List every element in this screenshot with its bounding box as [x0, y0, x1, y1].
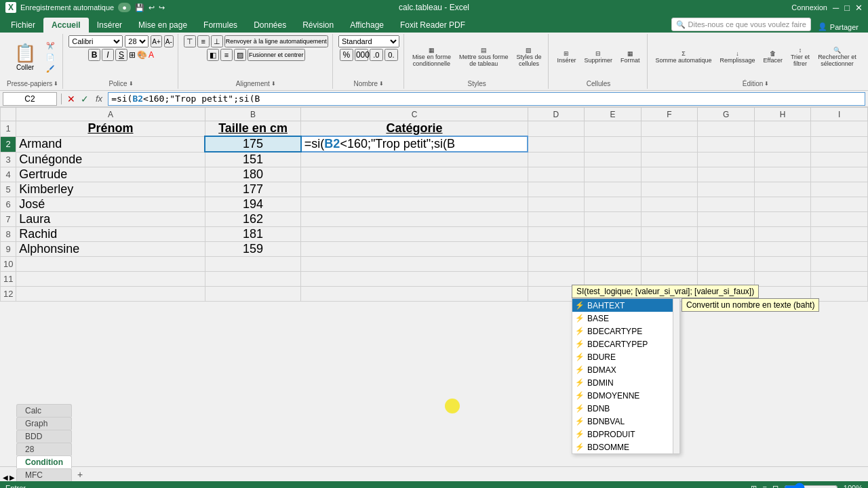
cell-i2[interactable] [811, 136, 868, 152]
cell-h10[interactable] [754, 257, 811, 272]
copier-btn[interactable]: 📄 [43, 52, 57, 62]
cell-f1[interactable] [641, 121, 698, 137]
cell-i4[interactable] [811, 167, 868, 182]
cell-c12[interactable] [301, 287, 528, 302]
cell-d10[interactable] [528, 257, 585, 272]
tab-donnees[interactable]: Données [245, 18, 294, 33]
inserer-btn[interactable]: ⊞ Insérer [554, 49, 578, 65]
add-sheet-btn[interactable]: + [73, 468, 87, 481]
name-box[interactable] [3, 92, 57, 106]
maximize-icon[interactable]: □ [844, 3, 850, 13]
cell-f6[interactable] [641, 197, 698, 212]
tab-fichier[interactable]: Fichier [3, 18, 43, 33]
page-break-btn[interactable]: ⊟ [772, 484, 778, 489]
align-middle-btn[interactable]: ≡ [197, 35, 210, 47]
border-btn[interactable]: ⊞ [129, 50, 136, 60]
tab-inserer[interactable]: Insérer [89, 18, 130, 33]
cell-e10[interactable] [585, 257, 642, 272]
cell-h9[interactable] [754, 242, 811, 257]
col-header-d[interactable]: D [528, 108, 585, 121]
cell-e8[interactable] [585, 227, 642, 242]
autocomplete-item-base[interactable]: ⚡BASE [572, 312, 679, 325]
col-header-b[interactable]: B [205, 108, 301, 121]
tab-foxit[interactable]: Foxit Reader PDF [392, 18, 473, 33]
rechercher-btn[interactable]: 🔍 Rechercher etsélectionner [815, 45, 859, 68]
col-header-e[interactable]: E [585, 108, 642, 121]
autocomplete-item-bdmin[interactable]: ⚡BDMIN [572, 376, 679, 389]
cell-c10[interactable] [301, 257, 528, 272]
decrease-decimal-btn[interactable]: 0. [384, 49, 398, 61]
wrap-text-btn[interactable]: Renvoyer à la ligne automatiquement [224, 35, 328, 47]
cell-f10[interactable] [641, 257, 698, 272]
close-icon[interactable]: ✕ [855, 3, 863, 13]
cell-c11[interactable] [301, 272, 528, 287]
tab-mise-en-page[interactable]: Mise en page [130, 18, 195, 33]
toolbar-icon-save[interactable]: 💾 [135, 3, 144, 12]
merge-center-btn[interactable]: Fusionner et centrer [248, 49, 305, 61]
cell-i6[interactable] [811, 197, 868, 212]
cell-a10[interactable] [16, 257, 205, 272]
somme-auto-btn[interactable]: Σ Somme automatique [653, 49, 715, 65]
cell-e6[interactable] [585, 197, 642, 212]
cell-f3[interactable] [641, 152, 698, 167]
col-header-a[interactable]: A [16, 108, 205, 121]
cell-g7[interactable] [698, 212, 755, 227]
cell-d4[interactable] [528, 167, 585, 182]
cell-c2[interactable]: =si(B2<160;"Trop petit";si(B [301, 136, 528, 152]
sheet-scroll-right[interactable]: ▶ [9, 474, 15, 481]
cell-g10[interactable] [698, 257, 755, 272]
group-edition-expand[interactable]: ⬇ [764, 81, 769, 87]
cell-b4[interactable]: 180 [205, 167, 301, 182]
cell-c7[interactable] [301, 212, 528, 227]
cell-g2[interactable] [698, 136, 755, 152]
cell-b6[interactable]: 194 [205, 197, 301, 212]
cell-i8[interactable] [811, 227, 868, 242]
cell-g4[interactable] [698, 167, 755, 182]
search-label[interactable]: Dites-nous ce que vous voulez faire [688, 20, 806, 28]
supprimer-btn[interactable]: ⊟ Supprimer [581, 49, 615, 65]
cell-i10[interactable] [811, 257, 868, 272]
font-decrease-btn[interactable]: A- [164, 35, 174, 47]
cell-f4[interactable] [641, 167, 698, 182]
cell-d1[interactable] [528, 121, 585, 137]
cell-h6[interactable] [754, 197, 811, 212]
autocomplete-item-bdmoyenne[interactable]: ⚡BDMOYENNE [572, 389, 679, 402]
cell-e5[interactable] [585, 182, 642, 197]
cell-b2[interactable]: 175 [205, 136, 301, 152]
cell-c1[interactable]: Catégorie [301, 121, 528, 137]
number-format-select[interactable]: Standard [338, 35, 399, 47]
share-btn[interactable]: 👤 Partager [811, 21, 865, 33]
group-police-expand[interactable]: ⬇ [129, 81, 134, 87]
autocomplete-item-bdecartypep[interactable]: ⚡BDECARTYPEP [572, 338, 679, 350]
cell-h2[interactable] [754, 136, 811, 152]
cell-b5[interactable]: 177 [205, 182, 301, 197]
search-box[interactable]: 🔍 Dites-nous ce que vous voulez faire [671, 18, 811, 31]
cell-e7[interactable] [585, 212, 642, 227]
remplissage-btn[interactable]: ↓ Remplissage [717, 49, 758, 65]
autocomplete-item-bdmax[interactable]: ⚡BDMAX [572, 363, 679, 376]
toolbar-icon-redo[interactable]: ↪ [159, 3, 165, 12]
cell-c4[interactable] [301, 167, 528, 182]
styles-cellules-btn[interactable]: ▨ Styles decellules [513, 45, 544, 68]
cell-c6[interactable] [301, 197, 528, 212]
cell-h8[interactable] [754, 227, 811, 242]
cell-d9[interactable] [528, 242, 585, 257]
font-color-btn[interactable]: A [149, 50, 154, 60]
align-bottom-btn[interactable]: ⊥ [211, 35, 223, 47]
couper-btn[interactable]: ✂️ [43, 41, 57, 51]
autocomplete-item-bdsomme[interactable]: ⚡BDSOMME [572, 441, 679, 453]
thousands-btn[interactable]: 000 [355, 49, 368, 61]
cell-e2[interactable] [585, 136, 642, 152]
cell-d6[interactable] [528, 197, 585, 212]
mise-en-forme-conditionnelle-btn[interactable]: ▦ Mise en formeconditionnelle [410, 45, 454, 68]
autocomplete-item-bdnb[interactable]: ⚡BDNB [572, 402, 679, 415]
cell-e9[interactable] [585, 242, 642, 257]
underline-btn[interactable]: S [115, 49, 127, 61]
cell-a6[interactable]: José [16, 197, 205, 212]
cell-a3[interactable]: Cunégonde [16, 152, 205, 167]
cell-f8[interactable] [641, 227, 698, 242]
group-presse-papiers-expand[interactable]: ⬇ [54, 81, 58, 87]
cell-b3[interactable]: 151 [205, 152, 301, 167]
cell-h4[interactable] [754, 167, 811, 182]
cell-c3[interactable] [301, 152, 528, 167]
